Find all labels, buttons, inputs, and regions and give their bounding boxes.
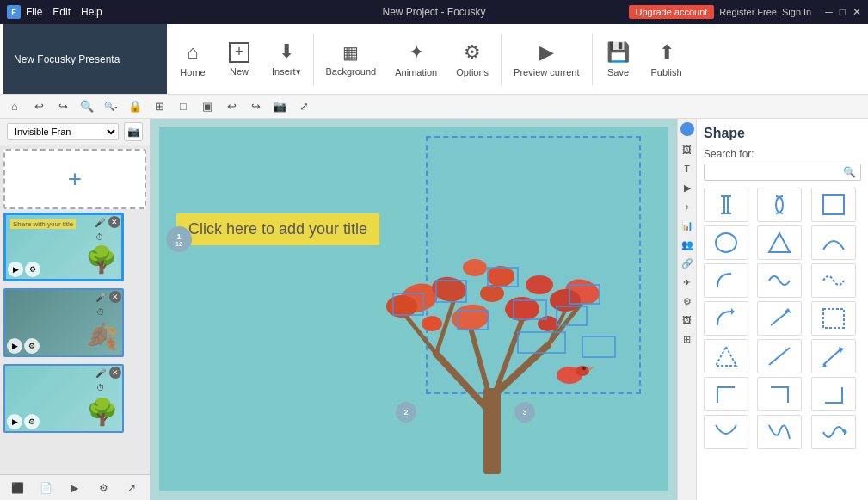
title-textbox[interactable]: Click here to add your title	[176, 213, 379, 245]
rsb-audio-icon[interactable]: ♪	[679, 198, 696, 215]
menu-edit[interactable]: Edit	[52, 6, 71, 18]
toolbar-sep-3	[592, 34, 593, 85]
menu-help[interactable]: Help	[81, 6, 102, 18]
shape-corner-right-up[interactable]	[811, 377, 856, 411]
undo-tool[interactable]: ↩	[28, 96, 50, 117]
upgrade-button[interactable]: Upgrade account	[629, 5, 715, 19]
save-button[interactable]: 💾 Save	[596, 28, 641, 91]
slide-item-2[interactable]: 2 🍂 ✕ 🎤 ⏱ ▶ ⚙	[3, 288, 146, 357]
redo-tool[interactable]: ↪	[52, 96, 74, 117]
grid-tool[interactable]: ⊞	[148, 96, 170, 117]
slide-close-2[interactable]: ✕	[109, 291, 121, 303]
slide-timer-1[interactable]: ⏱	[94, 231, 106, 243]
shape-corner-right[interactable]	[757, 377, 802, 411]
home-button[interactable]: ⌂ Home	[170, 28, 215, 91]
background-button[interactable]: ▦ Background	[317, 28, 385, 91]
zoom-out-tool[interactable]: 🔍-	[100, 96, 122, 117]
camera-button[interactable]: 📷	[124, 122, 143, 141]
slides-bottom-play2[interactable]: ▶	[65, 478, 85, 498]
rsb-color-icon[interactable]	[680, 122, 694, 136]
rsb-video-icon[interactable]: ▶	[679, 179, 696, 196]
shape-triangle[interactable]	[757, 225, 802, 260]
minimize-button[interactable]: ─	[825, 6, 833, 18]
rsb-image2-icon[interactable]: 🖼	[679, 312, 696, 329]
preview-button[interactable]: ▶ Preview current	[505, 28, 588, 91]
animation-button[interactable]: ✦ Animation	[386, 28, 446, 91]
slide-mic-1[interactable]: 🎤	[94, 216, 106, 228]
shape-curve-left[interactable]	[704, 263, 748, 298]
rsb-gear-icon[interactable]: ⚙	[679, 293, 696, 310]
shape-bracket-left[interactable]	[704, 188, 748, 222]
slide-settings-1[interactable]: ⚙	[25, 262, 40, 277]
slides-bottom-play[interactable]: ⬛	[8, 478, 28, 498]
rsb-chart-icon[interactable]: 📊	[679, 217, 696, 234]
slide-mic-3[interactable]: 🎤	[95, 367, 107, 379]
rsb-people-icon[interactable]: 👥	[679, 236, 696, 253]
close-button[interactable]: ✕	[853, 6, 861, 18]
slides-bottom-settings[interactable]: ⚙	[93, 478, 114, 498]
shape-bracket-rounded[interactable]	[757, 188, 802, 222]
rsb-grid-icon[interactable]: ⊞	[679, 330, 696, 348]
rsb-image-icon[interactable]: 🖼	[679, 141, 696, 158]
tree-illustration	[350, 199, 643, 491]
frame-tool[interactable]: □	[172, 96, 194, 117]
signin-button[interactable]: Sign In	[782, 7, 811, 17]
slide-mic-2[interactable]: 🎤	[95, 291, 107, 303]
slide-thumbnail-1[interactable]: Share with your title 🌳 ✕ 🎤 ⏱ ▶ ⚙	[3, 213, 124, 281]
shape-curve-bottom-2[interactable]	[757, 415, 802, 449]
zoom-in-tool[interactable]: 🔍	[76, 96, 98, 117]
shape-search-input[interactable]	[704, 164, 861, 181]
rsb-text-icon[interactable]: T	[679, 160, 696, 177]
expand-tool[interactable]: ⤢	[292, 96, 315, 117]
frame-fill-tool[interactable]: ▣	[196, 96, 219, 117]
add-slide-button[interactable]: +	[3, 149, 146, 209]
redo2-tool[interactable]: ↪	[244, 96, 267, 117]
slide-thumbnail-2[interactable]: 🍂 ✕ 🎤 ⏱ ▶ ⚙	[3, 288, 124, 357]
canvas-area[interactable]: Click here to add your title 1 12 2 3	[151, 119, 677, 500]
new-button[interactable]: + New	[217, 28, 262, 91]
shape-wave[interactable]	[757, 263, 802, 298]
shape-line-diagonal-1[interactable]	[757, 339, 802, 373]
slide-item-1[interactable]: 1 Share with your title 🌳 ✕ 🎤 ⏱ ▶ ⚙	[3, 213, 146, 281]
insert-button[interactable]: ⬇ Insert▾	[263, 28, 310, 91]
maximize-button[interactable]: □	[840, 6, 846, 18]
slide-play-3[interactable]: ▶	[7, 414, 22, 429]
shape-corner-left[interactable]	[704, 377, 748, 411]
shape-circle[interactable]	[704, 225, 748, 260]
publish-button[interactable]: ⬆ Publish	[643, 28, 691, 91]
register-button[interactable]: Register Free	[719, 7, 777, 17]
options-button[interactable]: ⚙ Options	[447, 28, 497, 91]
shape-curve-bottom-1[interactable]	[704, 415, 748, 449]
slide-close-3[interactable]: ✕	[109, 367, 121, 379]
shape-arrow-curve[interactable]	[704, 301, 748, 336]
rsb-link-icon[interactable]: 🔗	[679, 255, 696, 272]
slide-play-2[interactable]: ▶	[7, 338, 22, 354]
shape-dotted-curve[interactable]	[811, 263, 856, 298]
slide-thumbnail-3[interactable]: 🌳 ✕ 🎤 ⏱ ▶ ⚙	[3, 364, 124, 433]
menu-file[interactable]: File	[26, 6, 42, 18]
shape-dotted-rect[interactable]	[811, 301, 856, 336]
slide-tree-icon-2: 🍂	[86, 321, 118, 351]
screenshot-tool[interactable]: 📷	[268, 96, 291, 117]
rsb-plane-icon[interactable]: ✈	[679, 274, 696, 291]
slide-timer-3[interactable]: ⏱	[95, 381, 107, 393]
home-tool[interactable]: ⌂	[3, 96, 26, 117]
slides-bottom-add[interactable]: 📄	[36, 478, 57, 498]
slide-item-3[interactable]: 3 🌳 ✕ 🎤 ⏱ ▶ ⚙	[3, 364, 146, 433]
shape-triangle-outline[interactable]	[704, 339, 748, 373]
shape-square[interactable]	[811, 188, 856, 222]
slides-bottom-export[interactable]: ↗	[121, 478, 142, 498]
shape-arrow-diagonal[interactable]	[757, 301, 802, 336]
slide-settings-2[interactable]: ⚙	[24, 338, 40, 354]
shape-arrow-diagonal-2[interactable]	[811, 339, 856, 373]
undo2-tool[interactable]: ↩	[220, 96, 243, 117]
lock-tool[interactable]: 🔒	[124, 96, 146, 117]
shape-arc[interactable]	[811, 225, 856, 260]
slide-settings-3[interactable]: ⚙	[24, 414, 40, 429]
slide-close-1[interactable]: ✕	[108, 216, 120, 228]
slide-canvas: Click here to add your title 1 12 2 3	[159, 127, 668, 491]
slide-timer-2[interactable]: ⏱	[95, 306, 107, 318]
shape-curve-bottom-3[interactable]	[811, 415, 856, 449]
frame-select[interactable]: Invisible Fran	[7, 123, 119, 140]
slide-play-1[interactable]: ▶	[8, 262, 23, 277]
